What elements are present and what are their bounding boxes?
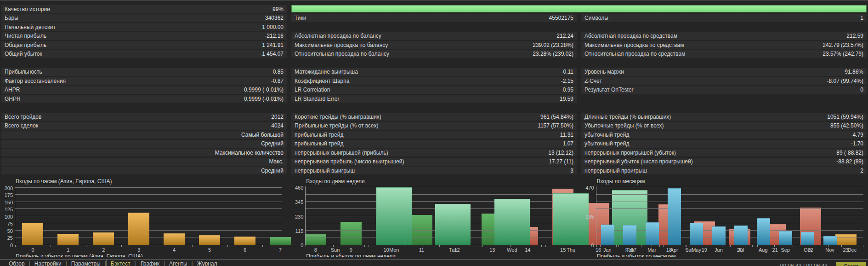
next-chart-title-clipped: Прибыль и убыток по дням недели [292,254,575,257]
bar [601,225,614,245]
y-axis-tick-label: 460 [292,185,303,191]
chart-title: Входы по дням недели [292,178,575,185]
stat-cell: Коэффициент Шарпа-2.15 [291,77,577,85]
x-axis-tick-label: Jun [708,247,730,253]
tab-agenty[interactable]: Агенты [165,260,192,266]
x-axis-tick-mark [596,245,597,247]
stat-value: 91.86% [845,69,863,75]
bar [712,226,726,245]
x-axis-tick-mark [686,245,686,247]
x-axis-tick-mark [157,245,157,247]
stat-label: Качество истории [5,6,50,12]
stat-value: -1 454.07 [260,51,284,57]
backtest-stats-table: Качество истории99%Бары340362Тики4550217… [0,5,868,175]
stat-cell-empty [581,95,867,103]
chart-plot: SunMonTueWedThuFriSat [305,186,573,245]
x-axis-tick-label: Tue [424,247,482,253]
stat-value: 855 (42.50%) [830,122,863,129]
stat-value: 19.59 [560,96,573,102]
stat-cell: непрерывных проигрышей (убыток)89 (-88.8… [581,149,867,156]
gridline [15,194,282,195]
bar [128,213,149,245]
y-axis-tick-label: 100 [2,214,13,220]
stat-value: -88.82 (89) [836,158,863,165]
stat-label: Относительная просадка по средствам [584,51,685,57]
start-button[interactable]: Старт [836,262,866,266]
gridline [15,208,282,209]
stat-value: Максимальное количество [215,150,284,156]
stat-cell-empty [581,23,867,31]
stats-row: Самый большойприбыльный трейд11.31убыточ… [1,130,867,139]
next-chart-title-clipped: Прибыль и убыток по часам (Азия, Европа,… [2,254,285,257]
gridline [596,187,863,187]
x-axis-tick-mark [482,245,483,247]
stat-label: непрерывных выигрышей (прибыль) [295,150,388,156]
stat-label: непрерывная прибыль (число выигрышей) [295,158,404,165]
stat-cell: LR Correlation-0.95 [291,86,577,94]
stat-label: Фактор восстановления [5,78,66,84]
x-axis-tick-label: 5 [192,247,227,253]
stat-cell: непрерывный выигрыш3 [291,167,577,174]
x-axis-tick-mark [51,245,51,247]
x-axis-tick-mark [86,245,86,247]
bar [779,231,792,245]
stat-label: Относительная просадка по балансу [295,51,389,57]
tab-backtest[interactable]: Бэктест [106,259,135,266]
stat-label: Матожидание выигрыша [295,69,358,75]
x-axis-tick-label: Dec [841,247,863,253]
stats-row: Всего сделок4024Прибыльные трейды (% от … [1,121,867,131]
stats-row: Всего трейдов2012Короткие трейды (% выиг… [1,112,867,121]
stat-cell: Макс. [1,158,287,166]
stat-cell: Средний [1,140,287,148]
gridline [15,187,282,188]
stat-value: 212.59 [846,33,863,39]
stat-value: 0.85 [273,69,284,75]
stat-value: 11.31 [560,132,573,138]
stat-value: 3 [570,168,573,174]
tab-parametry[interactable]: Параметры [67,260,105,266]
y-axis-tick-label: 470 [583,185,594,191]
tab-zhurnal[interactable]: Журнал [193,260,221,266]
chart-plot: JanFebMarAprMayJunJulAugSepOctNovDec [596,186,863,245]
stat-cell: Прибыльные трейды (% от всех)1157 (57.50… [291,122,577,130]
stat-label: Прибыльность [5,69,42,75]
stat-cell: Прибыльность0.85 [1,68,287,76]
stat-value: 1 241.91 [262,42,284,48]
strategy-tester-backtest-screen: Качество истории99%Бары340362Тики4550217… [0,0,868,266]
bar [435,204,471,245]
tab-grafik[interactable]: График [136,260,164,266]
bar [93,232,114,245]
x-axis-tick-label: Sun [306,247,364,253]
gridline [596,216,863,216]
x-axis-tick-label: Feb [618,247,641,253]
tab-nastroyki[interactable]: Настройки [30,260,66,266]
stat-label: Начальный депозит [5,24,56,30]
stat-value: Средний [261,140,284,147]
stat-cell: Символы1 [581,14,867,22]
gridline [596,202,863,202]
tab-obzor[interactable]: Обзор [5,260,29,266]
x-axis-tick-mark [306,245,306,247]
stat-label: убыточный трейд [584,132,630,138]
x-axis-tick-mark [424,245,424,247]
stat-label: Всего трейдов [5,114,41,120]
stat-value: 1051 (59.94%) [827,114,863,120]
stats-row: Общая прибыль1 241.91Максимальная просад… [1,40,867,50]
stat-cell: Самый большой [1,131,287,139]
stat-label: Абсолютная просадка по балансу [295,33,381,39]
stat-label: LR Correlation [295,87,330,93]
y-axis-tick-label: 200 [2,186,13,191]
stat-cell: Убыточные трейды (% от всех)855 (42.50%) [581,122,867,130]
x-axis-tick-label: Mon [365,247,424,253]
stat-cell-empty [291,23,577,31]
stat-label: Коэффициент Шарпа [295,78,349,84]
y-axis-tick-label: 75 [2,221,13,226]
stat-label: GHPR [5,96,21,102]
x-axis-tick-mark [618,245,619,247]
x-axis-tick-mark [262,245,263,247]
stat-value: 1 000.00 [262,24,284,30]
stat-cell: Бары340362 [1,14,287,22]
gridline [306,201,573,202]
stat-value: 4024 [271,122,284,129]
stat-value: 961 (54.84%) [540,114,573,120]
